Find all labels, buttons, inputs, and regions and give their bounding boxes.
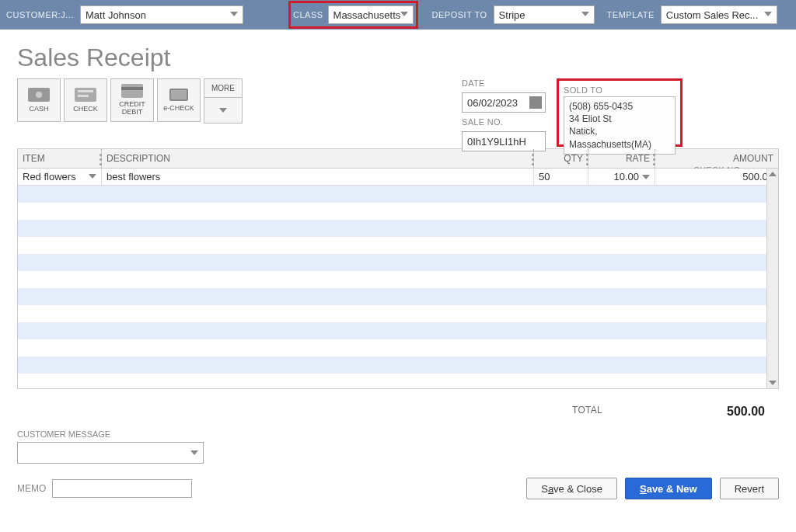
- customer-message-select[interactable]: [17, 442, 204, 464]
- sold-to-highlight: SOLD TO (508) 655-0435 34 Eliot St Natic…: [557, 78, 683, 147]
- credit-debit-button[interactable]: CREDIT DEBIT: [110, 78, 154, 122]
- scroll-up-icon[interactable]: [769, 172, 777, 176]
- description-cell[interactable]: best flowers: [102, 169, 534, 185]
- deposit-value: Stripe: [499, 9, 525, 21]
- calendar-icon[interactable]: [529, 96, 542, 109]
- chevron-down-icon: [230, 12, 238, 16]
- chevron-down-icon: [764, 12, 772, 16]
- class-field-highlight: CLASS Massachusetts: [288, 1, 418, 29]
- total-row: TOTAL 500.00: [17, 405, 765, 419]
- table-row[interactable]: Red flowers best flowers 50 10.00 500.00: [18, 169, 778, 186]
- date-input[interactable]: 06/02/2023: [462, 92, 546, 113]
- line-items-table: ITEM DESCRIPTION QTY RATE AMOUNT Red flo…: [17, 148, 779, 389]
- table-row[interactable]: [18, 237, 778, 254]
- chevron-down-icon: [219, 108, 227, 113]
- more-label: MORE: [211, 84, 235, 92]
- table-header: ITEM DESCRIPTION QTY RATE AMOUNT: [17, 148, 779, 169]
- check-icon: [75, 88, 96, 102]
- check-button[interactable]: CHECK: [64, 78, 107, 122]
- class-label: CLASS: [293, 10, 323, 19]
- item-cell[interactable]: Red flowers: [18, 169, 102, 185]
- table-row[interactable]: [18, 271, 778, 288]
- table-row[interactable]: [18, 305, 778, 322]
- column-amount[interactable]: AMOUNT: [655, 149, 778, 168]
- scroll-down-icon[interactable]: [769, 381, 777, 385]
- class-select[interactable]: Massachusetts: [328, 5, 414, 24]
- table-row[interactable]: [18, 288, 778, 305]
- check-label: CHECK: [73, 105, 98, 113]
- chevron-down-icon: [400, 12, 408, 16]
- sold-to-address[interactable]: (508) 655-0435 34 Eliot St Natick, Massa…: [564, 96, 676, 155]
- customer-select[interactable]: Matt Johnson: [80, 5, 243, 24]
- echeck-icon: [169, 89, 188, 101]
- total-label: TOTAL: [572, 405, 602, 419]
- table-body[interactable]: Red flowers best flowers 50 10.00 500.00: [17, 169, 779, 389]
- credit-label: CREDIT DEBIT: [119, 101, 145, 116]
- table-row[interactable]: [18, 203, 778, 220]
- deposit-label: DEPOSIT TO: [432, 10, 487, 19]
- column-description[interactable]: DESCRIPTION: [102, 149, 534, 168]
- class-value: Massachusetts: [333, 9, 401, 21]
- revert-button[interactable]: Revert: [720, 478, 779, 499]
- cash-label: CASH: [29, 105, 48, 113]
- cash-icon: [28, 88, 50, 102]
- top-toolbar: CUSTOMER:J... Matt Johnson CLASS Massach…: [0, 0, 796, 30]
- date-label: DATE: [462, 78, 546, 88]
- table-row[interactable]: [18, 254, 778, 271]
- template-select[interactable]: Custom Sales Rec...: [661, 5, 777, 24]
- chevron-down-icon: [89, 174, 96, 179]
- table-row[interactable]: [18, 322, 778, 339]
- date-value: 06/02/2023: [467, 97, 518, 109]
- table-row[interactable]: [18, 339, 778, 356]
- echeck-label: e-CHECK: [163, 104, 194, 112]
- qty-cell[interactable]: 50: [534, 169, 588, 185]
- more-payment-button[interactable]: MORE: [204, 78, 243, 123]
- customer-value: Matt Johnson: [86, 9, 146, 21]
- customer-message-label: CUSTOMER MESSAGE: [17, 429, 204, 439]
- sold-to-label: SOLD TO: [564, 85, 676, 95]
- table-row[interactable]: [18, 356, 778, 374]
- chevron-down-icon: [190, 450, 198, 455]
- page-title: Sales Receipt: [17, 43, 796, 72]
- chevron-down-icon: [642, 175, 650, 179]
- customer-label: CUSTOMER:J...: [6, 10, 74, 19]
- memo-input[interactable]: [52, 479, 192, 498]
- scrollbar[interactable]: [766, 169, 778, 388]
- cash-button[interactable]: CASH: [17, 78, 61, 122]
- chevron-down-icon: [581, 12, 589, 16]
- save-new-button[interactable]: Save & New: [625, 478, 712, 499]
- memo-label: MEMO: [17, 483, 46, 494]
- column-qty[interactable]: QTY: [534, 149, 588, 168]
- sale-no-value: 0Ih1Y9LI1hH: [467, 136, 526, 148]
- deposit-select[interactable]: Stripe: [494, 5, 595, 24]
- sale-no-label: SALE NO.: [462, 117, 546, 127]
- echeck-button[interactable]: e-CHECK: [157, 78, 201, 122]
- rate-cell[interactable]: 10.00: [588, 169, 655, 185]
- table-row[interactable]: [18, 186, 778, 203]
- column-item[interactable]: ITEM: [18, 149, 102, 168]
- column-rate[interactable]: RATE: [588, 149, 655, 168]
- total-value: 500.00: [727, 405, 765, 419]
- template-value: Custom Sales Rec...: [666, 9, 759, 21]
- template-label: TEMPLATE: [607, 10, 655, 19]
- amount-cell[interactable]: 500.00: [655, 169, 778, 185]
- credit-card-icon: [121, 84, 143, 98]
- table-row[interactable]: [18, 220, 778, 237]
- save-close-button[interactable]: Save & Close: [526, 478, 617, 499]
